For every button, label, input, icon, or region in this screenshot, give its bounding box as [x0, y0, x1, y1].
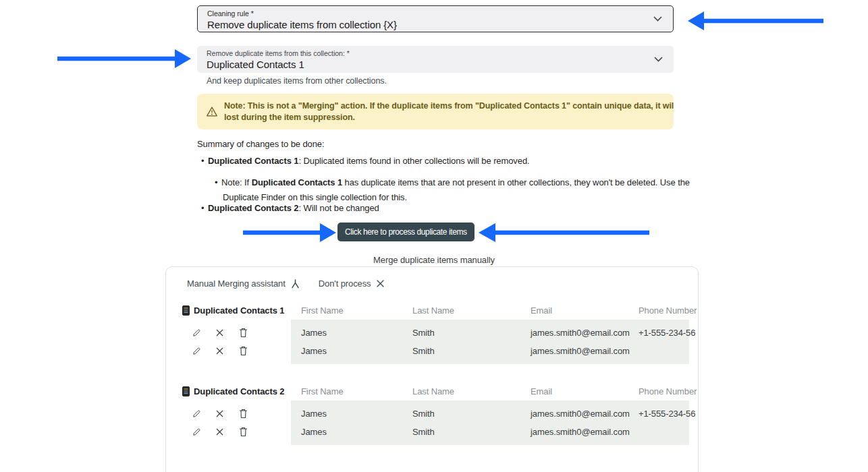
cleaning-rule-label: Cleaning rule * [207, 9, 663, 18]
table-row: James Smith james.smith0@email.com +1-55… [182, 405, 699, 423]
edit-icon[interactable] [191, 328, 201, 338]
warning-triangle-icon [206, 106, 218, 117]
annotation-arrow-left-pointing [686, 10, 825, 32]
summary-note-pre: Note: If [221, 177, 252, 187]
cell-last-name: Smith [402, 409, 520, 419]
column-header-phone: Phone Number [628, 305, 699, 316]
table-row: James Smith james.smith0@email.com [182, 423, 699, 441]
summary-title: Summary of changes to be done: [197, 139, 325, 149]
merge-manually-label: Merge duplicate items manually [0, 255, 868, 265]
remove-icon[interactable] [215, 409, 225, 419]
annotation-arrow-button-left [243, 222, 337, 243]
summary-bullet-1-bold: Duplicated Contacts 1 [208, 156, 298, 166]
column-header-email: Email [520, 386, 628, 396]
tab-dont-process[interactable]: Don't process [319, 278, 384, 289]
warning-text: Note: This is not a "Merging" action. If… [224, 100, 674, 123]
cleaning-rule-value: Remove duplicate items from collection {… [207, 19, 663, 30]
summary-bullet-2: •Duplicated Contacts 2: Will not be chan… [201, 203, 379, 213]
chevron-down-icon [653, 16, 662, 22]
tab-manual-merging-assistant[interactable]: Manual Merging assistant [187, 278, 300, 289]
cell-last-name: Smith [402, 328, 520, 338]
cell-phone: +1-555-234-56 [628, 328, 699, 338]
collection-title: Duplicated Contacts 1 [194, 305, 284, 316]
bullet-marker: • [201, 156, 208, 166]
collection-select-helper: And keep duplicates items from other col… [207, 76, 387, 86]
chevron-down-icon [654, 57, 663, 62]
delete-icon[interactable] [238, 346, 248, 357]
cell-first-name: James [291, 328, 402, 338]
page: Cleaning rule * Remove duplicate items f… [0, 0, 868, 472]
table-header-row: Duplicated Contacts 2 First Name Last Na… [182, 382, 699, 401]
cell-email: james.smith0@email.com [520, 427, 628, 437]
merge-icon [291, 279, 300, 289]
cell-first-name: James [291, 409, 402, 419]
column-header-phone: Phone Number [628, 386, 699, 396]
summary-bullet-2-rest: : Will not be changed [298, 203, 379, 213]
warning-note: Note: This is not a "Merging" action. If… [197, 94, 674, 129]
summary-note: •Note: If Duplicated Contacts 1 has dupl… [215, 175, 687, 205]
column-header-first-name: First Name [291, 386, 402, 396]
bullet-marker: • [201, 203, 208, 213]
column-header-first-name: First Name [291, 305, 402, 316]
tab-label: Manual Merging assistant [187, 278, 286, 289]
edit-icon[interactable] [191, 427, 201, 438]
close-icon [377, 280, 384, 287]
cell-last-name: Smith [402, 346, 520, 356]
delete-icon[interactable] [238, 427, 248, 438]
collection-icon [182, 305, 190, 316]
cell-phone: +1-555-234-56 [628, 409, 699, 419]
collection-icon [182, 386, 190, 396]
collection-select-label: Remove duplicate items from this collect… [207, 49, 664, 57]
collection-title: Duplicated Contacts 2 [194, 386, 284, 396]
cleaning-rule-select[interactable]: Cleaning rule * Remove duplicate items f… [197, 5, 674, 32]
cell-last-name: Smith [402, 427, 520, 437]
edit-icon[interactable] [191, 409, 201, 419]
summary-note-line1: has duplicate items that are not present… [342, 177, 690, 187]
remove-icon[interactable] [215, 328, 225, 338]
summary-bullet-1: •Duplicated Contacts 1: Duplicated items… [201, 156, 530, 166]
process-duplicates-button[interactable]: Click here to process duplicate items [337, 223, 474, 241]
manual-merging-card: Manual Merging assistant Don't process D… [165, 266, 699, 472]
bullet-marker: • [215, 175, 221, 190]
summary-bullet-1-rest: : Duplicated items found in other collec… [298, 156, 529, 166]
remove-icon[interactable] [215, 427, 225, 438]
cell-first-name: James [291, 346, 402, 356]
card-tabs: Manual Merging assistant Don't process [166, 267, 698, 289]
cell-email: james.smith0@email.com [520, 346, 628, 356]
column-header-last-name: Last Name [402, 305, 520, 316]
column-header-last-name: Last Name [402, 386, 520, 396]
column-header-email: Email [520, 305, 628, 316]
summary-bullet-2-bold: Duplicated Contacts 2 [208, 203, 298, 213]
table-duplicated-contacts-2: Duplicated Contacts 2 First Name Last Na… [166, 382, 698, 445]
collection-select[interactable]: Remove duplicate items from this collect… [197, 46, 674, 73]
table-row: James Smith james.smith0@email.com +1-55… [182, 324, 699, 342]
cell-email: james.smith0@email.com [520, 409, 628, 419]
warning-line-2: lost during the item suppression. [224, 112, 674, 123]
cell-email: james.smith0@email.com [520, 328, 628, 338]
table-duplicated-contacts-1: Duplicated Contacts 1 First Name Last Na… [166, 301, 698, 364]
summary-note-bold: Duplicated Contacts 1 [252, 177, 342, 187]
table-row: James Smith james.smith0@email.com [182, 342, 699, 360]
cell-first-name: James [291, 427, 402, 437]
table-header-row: Duplicated Contacts 1 First Name Last Na… [182, 301, 699, 320]
annotation-arrow-button-right [477, 222, 649, 243]
edit-icon[interactable] [191, 346, 201, 357]
warning-line-1: Note: This is not a "Merging" action. If… [224, 100, 674, 112]
collection-select-value: Duplicated Contacts 1 [207, 59, 664, 70]
delete-icon[interactable] [238, 328, 248, 338]
annotation-arrow-right-pointing [56, 48, 192, 69]
tab-label: Don't process [319, 278, 371, 289]
delete-icon[interactable] [238, 409, 248, 419]
remove-icon[interactable] [215, 346, 225, 357]
